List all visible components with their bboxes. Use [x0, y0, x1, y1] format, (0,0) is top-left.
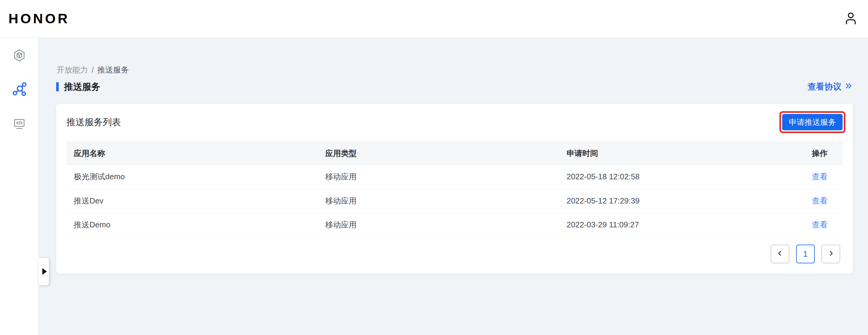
- view-agreement-link[interactable]: 查看协议: [808, 81, 852, 93]
- table-header-row: 应用名称 应用类型 申请时间 操作: [66, 142, 843, 165]
- sidebar-item-push-service[interactable]: [0, 82, 38, 98]
- breadcrumb-current: 推送服务: [97, 65, 129, 75]
- card-header: 推送服务列表 申请推送服务: [56, 104, 853, 131]
- pagination: 1: [56, 245, 840, 263]
- breadcrumb-parent[interactable]: 开放能力: [57, 65, 88, 75]
- breadcrumb: 开放能力 / 推送服务: [57, 65, 129, 75]
- top-header-bar: HONOR: [0, 0, 868, 38]
- app-type-cell: 移动应用: [318, 189, 559, 213]
- header-action: 操作: [805, 142, 843, 165]
- apply-button-wrapper: 申请推送服务: [782, 114, 843, 130]
- triangle-right-icon: [42, 268, 47, 275]
- push-service-table: 应用名称 应用类型 申请时间 操作 极光测试demo 移动应用 2022-05-…: [66, 142, 843, 237]
- title-accent-bar: [56, 82, 59, 91]
- chevron-left-icon: [777, 250, 783, 258]
- left-sidebar: [0, 38, 39, 335]
- monitor-code-icon: [13, 117, 26, 131]
- sidebar-expand-handle[interactable]: [39, 258, 49, 285]
- card-title: 推送服务列表: [66, 116, 121, 128]
- app-name-cell: 推送Dev: [66, 189, 318, 213]
- apply-time-cell: 2022-05-12 17:29:39: [559, 189, 805, 213]
- sidebar-item-capabilities[interactable]: [0, 49, 38, 63]
- page-title-group: 推送服务: [56, 81, 100, 93]
- header-app-type: 应用类型: [318, 142, 559, 165]
- pagination-page-1-button[interactable]: 1: [796, 245, 815, 263]
- view-agreement-label: 查看协议: [808, 81, 841, 93]
- page-title-row: 推送服务 查看协议: [56, 81, 852, 93]
- user-account-button[interactable]: [844, 11, 858, 26]
- table-row: 推送Demo 移动应用 2022-03-29 11:09:27 查看: [66, 213, 843, 237]
- pagination-next-button[interactable]: [822, 245, 840, 263]
- app-type-cell: 移动应用: [318, 213, 559, 237]
- network-nodes-icon: [12, 82, 27, 98]
- double-chevron-right-icon: [844, 82, 852, 92]
- honor-logo[interactable]: HONOR: [8, 11, 70, 27]
- table-row: 极光测试demo 移动应用 2022-05-18 12:02:58 查看: [66, 165, 843, 189]
- push-service-list-card: 推送服务列表 申请推送服务 应用名称 应用类型 申请时间 操作 极光测试demo…: [56, 104, 853, 274]
- pagination-prev-button[interactable]: [771, 245, 789, 263]
- chevron-right-icon: [828, 250, 834, 258]
- hexagon-cube-icon: [13, 49, 26, 63]
- header-apply-time: 申请时间: [559, 142, 805, 165]
- view-link[interactable]: 查看: [812, 220, 828, 229]
- sidebar-item-developer-tools[interactable]: [0, 117, 38, 131]
- app-type-cell: 移动应用: [318, 165, 559, 189]
- apply-time-cell: 2022-05-18 12:02:58: [559, 165, 805, 189]
- apply-time-cell: 2022-03-29 11:09:27: [559, 213, 805, 237]
- table-row: 推送Dev 移动应用 2022-05-12 17:29:39 查看: [66, 189, 843, 213]
- apply-push-service-button[interactable]: 申请推送服务: [782, 114, 843, 130]
- view-link[interactable]: 查看: [812, 172, 828, 181]
- app-name-cell: 极光测试demo: [66, 165, 318, 189]
- app-name-cell: 推送Demo: [66, 213, 318, 237]
- user-icon: [844, 11, 858, 26]
- breadcrumb-separator: /: [92, 65, 94, 75]
- header-app-name: 应用名称: [66, 142, 318, 165]
- page-title: 推送服务: [64, 81, 100, 93]
- main-content: 开放能力 / 推送服务 推送服务 查看协议 推送服务列表 申请推送服务: [39, 38, 868, 335]
- view-link[interactable]: 查看: [812, 196, 828, 205]
